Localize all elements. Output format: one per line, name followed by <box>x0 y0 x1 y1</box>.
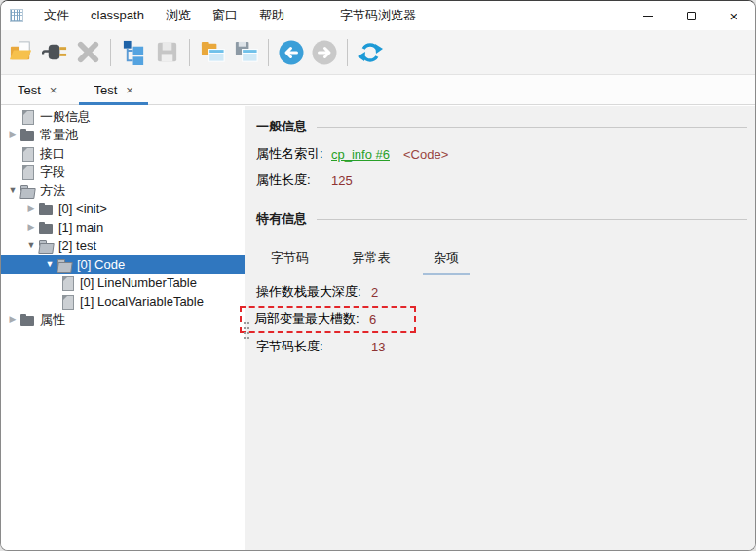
maximize-icon <box>687 12 696 20</box>
folder-icon <box>39 221 54 235</box>
document-icon <box>60 276 75 290</box>
splitter-grip[interactable] <box>244 322 246 324</box>
misc-rows: 操作数栈最大深度: 2 局部变量最大槽数: 6 字节码长度: 13 <box>256 283 747 355</box>
plugins-button[interactable] <box>38 36 71 69</box>
minimize-icon <box>643 16 653 17</box>
tab-label: Test <box>18 83 41 97</box>
field-label: 操作数栈最大深度: <box>256 283 371 301</box>
tree-item-label: [1] LocalVariableTable <box>80 294 204 309</box>
tab-test-1[interactable]: Test × <box>7 75 67 104</box>
tree-item-label: [1] main <box>58 220 103 235</box>
expander-collapsed-icon[interactable] <box>23 218 39 237</box>
minimize-button[interactable] <box>626 1 669 30</box>
tree-structure-button[interactable] <box>117 36 150 69</box>
save-icon <box>154 39 180 65</box>
section-divider <box>317 127 747 128</box>
tree-item-label: [0] LineNumberTable <box>80 276 197 290</box>
reload-button[interactable] <box>354 36 387 69</box>
menu-help[interactable]: 帮助 <box>248 1 295 30</box>
tree-item-general-info[interactable]: 一般信息 <box>1 107 245 126</box>
save-button[interactable] <box>150 36 183 69</box>
app-icon <box>10 9 23 22</box>
tree-item-interfaces[interactable]: 接口 <box>1 144 245 163</box>
tree-item-label: [0] <init> <box>58 202 107 216</box>
document-icon <box>20 147 35 161</box>
field-value: 13 <box>371 340 385 354</box>
field-value: 2 <box>371 285 378 300</box>
tree-item-methods[interactable]: 方法 <box>1 181 245 200</box>
window-title: 字节码浏览器 <box>340 7 416 24</box>
close-icon: × <box>730 9 738 23</box>
tab-exception-table[interactable]: 异常表 <box>341 241 400 275</box>
attribute-name-index-row: 属性名索引: cp_info #6 <Code> <box>256 146 747 162</box>
tree-item-fields[interactable]: 字段 <box>1 163 245 181</box>
tab-bytecode[interactable]: 字节码 <box>260 241 320 275</box>
close-classfile-button[interactable] <box>71 36 104 69</box>
tree-item-code-selected[interactable]: [0] Code <box>1 255 245 274</box>
folder-icon <box>20 129 35 142</box>
save-window-button[interactable] <box>229 36 262 69</box>
section-title: 特有信息 <box>256 210 307 228</box>
section-divider <box>317 219 747 220</box>
tree-item-label: [2] test <box>58 239 96 253</box>
expander-expanded-icon[interactable] <box>5 181 20 200</box>
attribute-type-value: <Code> <box>403 147 448 162</box>
field-label: 字节码长度: <box>256 338 371 355</box>
tab-misc[interactable]: 杂项 <box>423 241 470 275</box>
menu-classpath[interactable]: classpath <box>80 1 155 30</box>
toolbar-separator <box>347 39 348 66</box>
tree-item-init[interactable]: [0] <init> <box>1 200 245 218</box>
tree-item-label: 一般信息 <box>40 108 91 126</box>
toolbar-separator <box>110 39 111 66</box>
open-in-window-button[interactable] <box>196 36 229 69</box>
tree-item-label: 方法 <box>40 182 65 200</box>
open-classfile-icon <box>9 39 35 65</box>
max-locals-row-highlighted: 局部变量最大槽数: 6 <box>240 306 416 333</box>
menu-file[interactable]: 文件 <box>33 1 80 30</box>
maximize-button[interactable] <box>669 1 712 30</box>
tab-close-icon[interactable]: × <box>126 84 133 96</box>
close-button[interactable]: × <box>712 1 755 30</box>
open-folder-icon <box>39 239 54 253</box>
back-button[interactable] <box>275 36 308 69</box>
expander-collapsed-icon[interactable] <box>5 311 20 329</box>
open-folder-icon <box>57 258 72 272</box>
specific-info-tab-bar: 字节码 异常表 杂项 <box>256 241 747 276</box>
expander-collapsed-icon[interactable] <box>23 200 39 218</box>
field-label: 局部变量最大槽数: <box>254 311 369 328</box>
tab-close-icon[interactable]: × <box>50 84 57 96</box>
expander-collapsed-icon[interactable] <box>5 126 20 144</box>
toolbar-separator <box>268 39 269 66</box>
field-label: 属性名索引: <box>256 145 331 163</box>
cp-info-link[interactable]: cp_info #6 <box>331 147 390 162</box>
toolbar-separator <box>189 39 190 66</box>
tree-item-test[interactable]: [2] test <box>1 237 245 255</box>
forward-button[interactable] <box>308 36 341 69</box>
open-classfile-button[interactable] <box>5 36 38 69</box>
tree-item-main[interactable]: [1] main <box>1 218 245 237</box>
general-info-section-header: 一般信息 <box>256 118 747 135</box>
menu-window[interactable]: 窗口 <box>202 1 248 30</box>
tree-item-label: [0] Code <box>77 257 125 272</box>
folder-icon <box>39 202 54 216</box>
app-window: 文件 classpath 浏览 窗口 帮助 字节码浏览器 × <box>0 0 756 551</box>
tree-item-label: 字段 <box>40 164 65 181</box>
tree-item-constant-pool[interactable]: 常量池 <box>1 126 245 144</box>
tree-item-label: 常量池 <box>40 127 78 144</box>
tab-test-2[interactable]: Test × <box>79 75 147 104</box>
field-label: 属性长度: <box>256 171 331 189</box>
toolbar <box>1 30 755 75</box>
expander-expanded-icon[interactable] <box>23 237 39 255</box>
field-value: 125 <box>331 173 353 188</box>
tree-item-label: 属性 <box>40 312 65 329</box>
expander-expanded-icon[interactable] <box>42 255 57 274</box>
field-value: 6 <box>369 312 376 327</box>
reload-icon <box>357 39 384 66</box>
tree-item-label: 接口 <box>40 145 65 163</box>
tree-item-local-variable-table[interactable]: [1] LocalVariableTable <box>1 292 245 311</box>
tree-item-line-number-table[interactable]: [0] LineNumberTable <box>1 274 245 292</box>
menu-browse[interactable]: 浏览 <box>155 1 202 30</box>
section-title: 一般信息 <box>256 118 307 135</box>
tree-item-attributes[interactable]: 属性 <box>1 311 245 329</box>
tab-label: Test <box>94 83 117 97</box>
